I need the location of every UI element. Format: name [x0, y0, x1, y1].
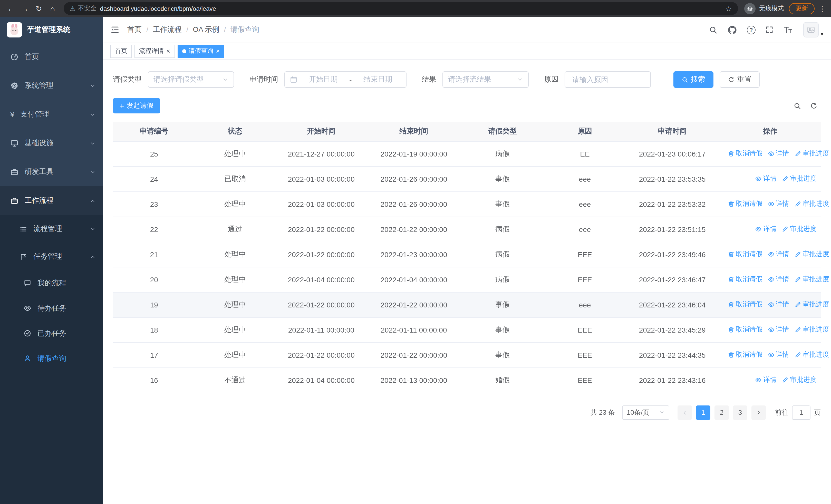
cancel-leave-link[interactable]: 取消请假	[727, 149, 763, 158]
sidebar-item-task-mgmt[interactable]: 任务管理	[0, 243, 103, 270]
approval-progress-link[interactable]: 审批进度	[782, 174, 816, 183]
sidebar-item-my-processes[interactable]: 我的流程	[0, 270, 103, 296]
detail-link[interactable]: 详情	[768, 325, 789, 334]
next-page-button[interactable]	[751, 405, 766, 420]
cell-start-time: 2022-01-22 00:00:00	[275, 242, 368, 267]
detail-link[interactable]: 详情	[768, 350, 789, 359]
approval-progress-link[interactable]: 审批进度	[782, 376, 816, 385]
cancel-leave-label: 取消请假	[736, 250, 763, 259]
sidebar-item-leave-query[interactable]: 请假查询	[0, 346, 103, 371]
detail-link[interactable]: 详情	[768, 300, 789, 309]
result-placeholder: 请选择流结果	[448, 75, 491, 84]
cell-leave-type: 事假	[460, 166, 545, 191]
help-button[interactable]: ?	[747, 25, 755, 34]
browser-update-button[interactable]: 更新	[789, 3, 814, 14]
cell-start-time: 2022-01-22 00:00:00	[275, 292, 368, 317]
detail-link[interactable]: 详情	[768, 275, 789, 284]
refresh-table-button[interactable]	[810, 102, 818, 110]
col-apply-id: 申请编号	[113, 122, 195, 141]
result-select[interactable]: 请选择流结果	[442, 71, 529, 88]
search-button[interactable]: 搜索	[674, 71, 713, 88]
reset-button[interactable]: 重置	[720, 71, 760, 88]
page-size-select[interactable]: 10条/页	[622, 405, 669, 420]
tab-home[interactable]: 首页	[110, 45, 132, 58]
sidebar-item-system-mgmt[interactable]: 系统管理	[0, 71, 103, 100]
reason-input[interactable]	[566, 72, 649, 87]
breadcrumb-home[interactable]: 首页	[127, 25, 142, 34]
cancel-leave-link[interactable]: 取消请假	[727, 300, 763, 309]
cancel-leave-link[interactable]: 取消请假	[727, 199, 763, 209]
browser-home-button[interactable]: ⌂	[46, 2, 60, 16]
browser-menu-button[interactable]: ⋮	[818, 4, 827, 12]
breadcrumb-oa-example[interactable]: OA 示例	[193, 25, 220, 34]
detail-label: 详情	[776, 149, 789, 158]
approval-progress-link[interactable]: 审批进度	[794, 300, 829, 309]
detail-link[interactable]: 详情	[755, 174, 777, 183]
leave-type-select[interactable]: 请选择请假类型	[148, 71, 234, 88]
bookmark-star-icon[interactable]: ☆	[725, 4, 732, 12]
cell-start-time: 2021-12-27 00:00:00	[275, 141, 368, 166]
detail-label: 详情	[776, 300, 789, 309]
sidebar-item-workflow[interactable]: 工作流程	[0, 186, 103, 215]
sidebar-item-done-tasks[interactable]: 已办任务	[0, 321, 103, 346]
detail-link[interactable]: 详情	[768, 149, 789, 158]
sidebar-item-process-mgmt[interactable]: 流程管理	[0, 215, 103, 243]
tab-process-detail[interactable]: 流程详情 ×	[135, 45, 175, 58]
close-icon[interactable]: ×	[166, 48, 170, 54]
cancel-leave-link[interactable]: 取消请假	[727, 325, 763, 334]
approval-progress-link[interactable]: 审批进度	[794, 199, 829, 209]
cell-apply-id: 18	[113, 317, 195, 342]
cancel-leave-link[interactable]: 取消请假	[727, 350, 763, 359]
browser-reload-button[interactable]: ↻	[32, 2, 46, 16]
github-link[interactable]	[727, 25, 737, 35]
user-menu[interactable]: ▾	[803, 22, 823, 37]
trash-icon	[727, 150, 734, 157]
approval-progress-link[interactable]: 审批进度	[794, 275, 829, 284]
check-circle-icon	[24, 329, 31, 337]
page-button-3[interactable]: 3	[733, 405, 747, 420]
app-logo[interactable]: 芋道管理系统	[0, 17, 103, 42]
close-icon[interactable]: ×	[216, 48, 220, 54]
approval-progress-link[interactable]: 审批进度	[794, 250, 829, 259]
header-search-button[interactable]	[709, 25, 718, 34]
browser-forward-button[interactable]: →	[18, 2, 32, 16]
tab-leave-query[interactable]: 请假查询 ×	[177, 45, 224, 58]
approval-progress-link[interactable]: 审批进度	[782, 225, 816, 234]
sidebar-item-dev-tools[interactable]: 研发工具	[0, 157, 103, 186]
sidebar-item-infrastructure[interactable]: 基础设施	[0, 129, 103, 157]
security-chip[interactable]: ⚠ 不安全	[70, 4, 96, 13]
create-leave-button[interactable]: + 发起请假	[113, 98, 160, 113]
cancel-leave-link[interactable]: 取消请假	[727, 275, 763, 284]
calendar-icon	[290, 76, 297, 83]
fullscreen-button[interactable]	[765, 26, 774, 34]
apply-time-range-picker[interactable]: 开始日期 - 结束日期	[284, 71, 406, 88]
detail-link[interactable]: 详情	[755, 225, 777, 234]
page-button-1[interactable]: 1	[696, 405, 710, 420]
cancel-leave-link[interactable]: 取消请假	[727, 250, 763, 259]
sidebar-item-payment-mgmt[interactable]: ¥ 支付管理	[0, 100, 103, 129]
edit-icon	[782, 226, 789, 233]
prev-page-button[interactable]	[678, 405, 692, 420]
detail-link[interactable]: 详情	[768, 250, 789, 259]
approval-progress-link[interactable]: 审批进度	[794, 325, 829, 334]
cell-reason: eee	[545, 292, 625, 317]
font-size-button[interactable]	[783, 25, 793, 34]
collapse-sidebar-button[interactable]	[110, 25, 120, 34]
cell-apply-id: 23	[113, 191, 195, 216]
approval-progress-link[interactable]: 审批进度	[794, 149, 829, 158]
cell-reason: EEE	[545, 367, 625, 393]
address-bar[interactable]: ⚠ 不安全 dashboard.yudao.iocoder.cn/bpm/oa/…	[64, 2, 738, 15]
sidebar-item-todo-tasks[interactable]: 待办任务	[0, 296, 103, 321]
toggle-search-button[interactable]	[794, 102, 801, 110]
detail-link[interactable]: 详情	[755, 376, 777, 385]
browser-back-button[interactable]: ←	[4, 2, 18, 16]
detail-link[interactable]: 详情	[768, 199, 789, 209]
goto-page-input[interactable]	[792, 405, 810, 420]
sidebar-item-label: 任务管理	[33, 252, 62, 261]
breadcrumb-workflow[interactable]: 工作流程	[153, 25, 182, 34]
sidebar-item-home[interactable]: 首页	[0, 42, 103, 71]
security-label: 不安全	[78, 4, 96, 13]
table-row: 19 处理中 2022-01-22 00:00:00 2022-01-22 00…	[113, 292, 821, 317]
page-button-2[interactable]: 2	[715, 405, 729, 420]
approval-progress-link[interactable]: 审批进度	[794, 350, 829, 359]
